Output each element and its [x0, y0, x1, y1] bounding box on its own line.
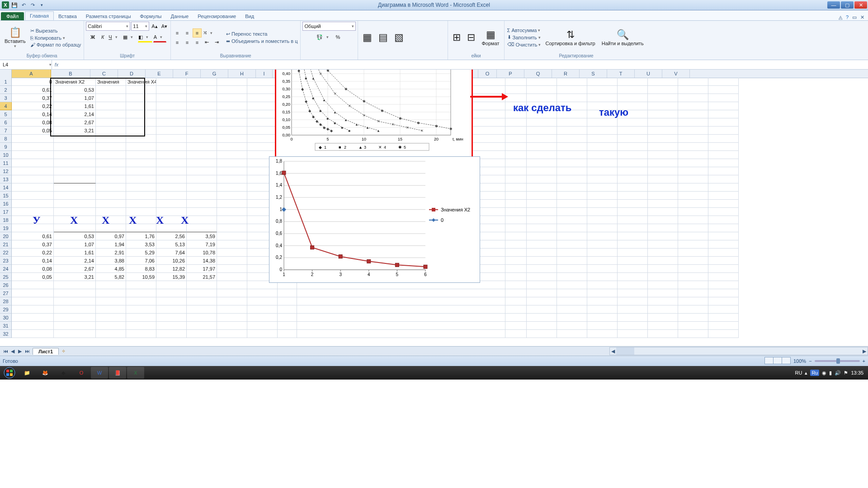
- sheet-tab-active[interactable]: Лист1: [33, 348, 59, 355]
- window-restore-icon[interactable]: ▭: [852, 14, 857, 20]
- scroll-thumb[interactable]: [616, 347, 634, 355]
- close-button[interactable]: ✕: [854, 1, 867, 9]
- format-table-button[interactable]: ▤: [376, 31, 391, 44]
- format-cells-button[interactable]: ▦Формат: [479, 28, 502, 47]
- tab-view[interactable]: Вид: [241, 12, 259, 20]
- autosum-button[interactable]: ΣАвтосумма▾: [506, 27, 542, 33]
- fx-icon[interactable]: fx: [52, 62, 61, 67]
- tab-nav-next-icon[interactable]: ▶: [16, 348, 24, 354]
- tab-data[interactable]: Данные: [166, 12, 193, 20]
- align-bottom-icon[interactable]: ≡: [193, 28, 202, 38]
- excel-chart[interactable]: 00,20,40,60,811,21,41,61,8123456Значения…: [269, 156, 480, 283]
- select-all-corner[interactable]: [0, 70, 12, 78]
- increase-font-icon[interactable]: A▴: [150, 23, 159, 29]
- fill-button[interactable]: ⬇Заполнить▾: [506, 34, 542, 41]
- align-top-icon[interactable]: ≡: [173, 28, 182, 38]
- minimize-button[interactable]: —: [827, 1, 840, 9]
- tray-network-icon[interactable]: ▮: [829, 370, 832, 376]
- decrease-font-icon[interactable]: A▾: [160, 23, 169, 29]
- conditional-formatting-button[interactable]: ▦: [360, 31, 375, 44]
- redo-icon[interactable]: ↷: [29, 1, 36, 9]
- copy-button[interactable]: ⎘Копировать▾: [29, 35, 82, 41]
- italic-button[interactable]: К: [98, 33, 107, 42]
- font-size-combo[interactable]: 11▾: [131, 22, 149, 31]
- align-middle-icon[interactable]: ≡: [183, 28, 192, 38]
- tab-insert[interactable]: Вставка: [54, 12, 81, 20]
- tray-show-hidden-icon[interactable]: ▴: [805, 370, 807, 376]
- new-sheet-icon[interactable]: ✧: [59, 348, 68, 354]
- tab-page-layout[interactable]: Разметка страницы: [81, 12, 136, 20]
- zoom-out-icon[interactable]: −: [809, 358, 811, 364]
- percent-icon[interactable]: %: [333, 33, 342, 42]
- zoom-slider[interactable]: [815, 360, 860, 362]
- svg-text:✱: ✱: [435, 124, 438, 128]
- zoom-level[interactable]: 100%: [793, 358, 806, 364]
- taskbar-opera-icon[interactable]: O: [73, 367, 90, 379]
- paste-button[interactable]: 📋 Вставить ▾: [2, 26, 28, 49]
- taskbar-app-icon[interactable]: ◆: [55, 367, 72, 379]
- lang-indicator[interactable]: RU: [795, 370, 802, 375]
- svg-text:0,10: 0,10: [282, 117, 290, 122]
- wrap-text-button[interactable]: ↩Перенос текста: [225, 31, 299, 38]
- file-tab[interactable]: Файл: [1, 12, 24, 20]
- font-name-combo[interactable]: Calibri▾: [86, 22, 130, 31]
- svg-text:0: 0: [279, 267, 282, 272]
- window-close-icon[interactable]: ✕: [860, 14, 864, 20]
- insert-cells-button[interactable]: ⊞: [450, 31, 463, 44]
- currency-icon[interactable]: 💱▾: [316, 33, 332, 42]
- align-left-icon[interactable]: ≡: [173, 38, 182, 47]
- taskbar-pdf-icon[interactable]: 📕: [109, 367, 126, 379]
- taskbar-excel-icon[interactable]: X: [127, 367, 144, 379]
- sort-icon: ⇅: [566, 29, 575, 41]
- tab-formulas[interactable]: Формулы: [136, 12, 166, 20]
- zoom-in-icon[interactable]: +: [863, 358, 865, 364]
- number-format-combo[interactable]: Общий▾: [302, 22, 356, 31]
- tray-volume-icon[interactable]: 🔊: [835, 370, 841, 376]
- scroll-right-icon[interactable]: ▶: [861, 347, 868, 355]
- qat-dropdown-icon[interactable]: ▾: [38, 1, 45, 9]
- tab-review[interactable]: Рецензирование: [193, 12, 241, 20]
- help-icon[interactable]: ?: [846, 14, 849, 20]
- worksheet[interactable]: ABCDEFGHIOPQRSTUV 10Значения X2ЗначенияЗ…: [0, 70, 868, 346]
- increase-indent-icon[interactable]: ⇥: [212, 38, 222, 47]
- find-select-button[interactable]: 🔍Найти и выделить: [599, 28, 646, 47]
- cut-button[interactable]: ✂Вырезать: [29, 28, 82, 34]
- clock[interactable]: 13:35: [851, 370, 863, 375]
- border-button[interactable]: ▦▾: [123, 33, 137, 42]
- save-icon[interactable]: 💾: [11, 1, 18, 9]
- cell-styles-button[interactable]: ▧: [392, 31, 406, 44]
- delete-cells-button[interactable]: ⊟: [464, 31, 478, 44]
- tab-nav-first-icon[interactable]: ⏮: [2, 348, 9, 354]
- undo-icon[interactable]: ↶: [20, 1, 27, 9]
- minimize-ribbon-icon[interactable]: ◬: [839, 14, 842, 20]
- align-right-icon[interactable]: ≡: [193, 38, 202, 47]
- tab-home[interactable]: Главная: [25, 11, 54, 20]
- bold-button[interactable]: Ж: [88, 33, 97, 42]
- tray-flag-icon[interactable]: ⚑: [844, 370, 848, 376]
- eraser-icon: ⌫: [507, 42, 514, 47]
- sort-filter-button[interactable]: ⇅Сортировка и фильтр: [542, 28, 598, 47]
- taskbar-word-icon[interactable]: W: [91, 367, 108, 379]
- fill-color-button[interactable]: ◧▾: [138, 33, 152, 42]
- underline-button[interactable]: Ч▾: [108, 33, 121, 42]
- horizontal-scrollbar[interactable]: ◀ ▶: [609, 347, 868, 355]
- orientation-icon[interactable]: ⤭▾: [203, 28, 217, 38]
- tab-nav-last-icon[interactable]: ⏭: [24, 348, 31, 354]
- maximize-button[interactable]: ▢: [841, 1, 854, 9]
- svg-text:◆: ◆: [319, 122, 322, 127]
- keyboard-layout[interactable]: Ru: [810, 370, 819, 376]
- font-color-button[interactable]: A▾: [153, 33, 166, 42]
- format-painter-button[interactable]: 🖌Формат по образцу: [29, 42, 82, 48]
- merge-center-button[interactable]: ⬌Объединить и поместить в ц: [225, 38, 299, 45]
- taskbar-firefox-icon[interactable]: 🦊: [37, 367, 54, 379]
- view-buttons[interactable]: [765, 357, 791, 365]
- tray-app-icon[interactable]: ◉: [822, 370, 826, 376]
- tab-nav-prev-icon[interactable]: ◀: [9, 348, 16, 354]
- start-button[interactable]: [1, 366, 18, 379]
- clear-button[interactable]: ⌫Очистить▾: [506, 41, 542, 48]
- decrease-indent-icon[interactable]: ⇤: [203, 38, 212, 47]
- align-center-icon[interactable]: ≡: [183, 38, 192, 47]
- taskbar-explorer-icon[interactable]: 📁: [19, 367, 36, 379]
- scroll-left-icon[interactable]: ◀: [610, 347, 616, 355]
- name-box[interactable]: L4▾: [0, 60, 52, 69]
